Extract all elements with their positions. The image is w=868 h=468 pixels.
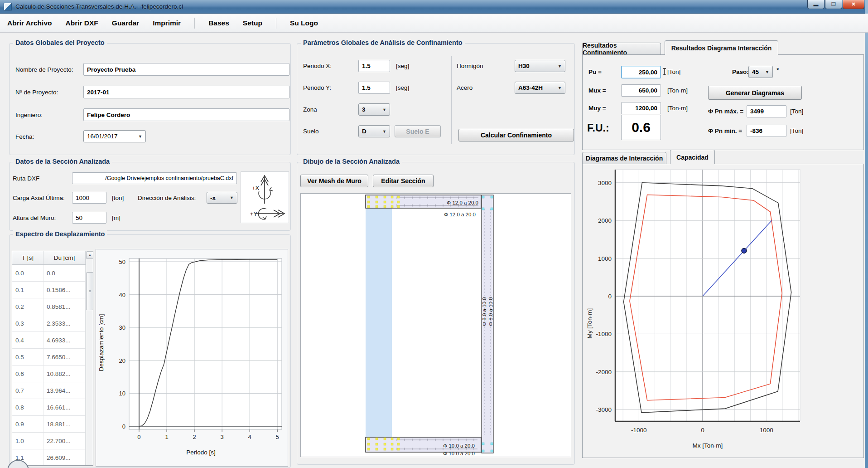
editar-seccion-button[interactable]: Editar Sección [373,175,434,187]
table-row[interactable]: 0.713.964... [12,382,93,399]
chevron-down-icon: ▼ [382,107,386,112]
axial-load-input[interactable] [72,192,106,204]
pn-max-input[interactable] [747,105,786,117]
menu-setup[interactable]: Setup [243,19,262,27]
project-number-input[interactable] [83,86,289,98]
menu-bases[interactable]: Bases [208,19,229,27]
svg-text:50: 50 [119,258,125,265]
table-row[interactable]: 0.57.6650... [12,349,93,366]
acero-label: Acero [457,84,473,91]
table-cell: 10.882... [43,366,86,382]
table-row[interactable]: 0.20.8581... [12,298,93,315]
table-row[interactable]: 0.10.1586... [12,282,93,298]
group-title: Espectro de Desplazamiento [13,230,107,238]
paso-label: Paso: [732,68,749,75]
svg-text:4: 4 [248,434,251,440]
date-dropdown[interactable]: 16/01/2017 ▼ [83,130,146,142]
chevron-down-icon: ▼ [558,64,562,68]
periodo-y-input[interactable] [358,82,390,94]
table-row[interactable]: 0.816.661... [12,399,93,416]
axis-icon-svg: +X +Y [241,172,289,223]
text-cursor-icon [662,68,667,76]
fu-value-box: 0.6 [621,115,661,140]
menu-su-logo[interactable]: Su Logo [290,19,318,27]
svg-text:5: 5 [276,434,279,440]
project-number-label: Nº de Proyecto: [15,89,58,96]
tab-capacidad[interactable]: Capacidad [670,150,715,164]
svg-text:0: 0 [122,423,125,430]
chevron-down-icon: ▼ [382,129,386,134]
svg-text:40: 40 [119,292,125,298]
calcular-confinamiento-button[interactable]: Calcular Confinamiento [458,129,574,141]
svg-text:20: 20 [119,357,125,364]
close-button[interactable]: ✕ [843,0,864,9]
table-row[interactable]: 0.00.0 [12,265,93,282]
ruta-dxf-input[interactable]: /Google Drive/ejemplos confinamiento/pru… [72,172,237,184]
spectrum-table-body: 0.00.00.10.1586...0.20.8581...0.32.3533.… [12,265,93,466]
maximize-button[interactable]: ❐ [825,0,842,9]
table-cell: 4.6933... [43,332,86,348]
table-row[interactable]: 1.022.700... [12,433,93,449]
table-cell: 13.964... [43,382,86,399]
generar-diagramas-button[interactable]: Generar Diagramas [708,86,802,100]
pn-min-input[interactable] [747,125,786,137]
wall-height-input[interactable] [72,212,106,224]
table-cell: 0.4 [12,332,43,348]
tab-resultados-confinamiento[interactable]: Resultados Confinamiento [582,43,661,54]
table-row[interactable]: 0.44.6933... [12,332,93,349]
zona-dropdown[interactable]: 3 ▼ [358,103,390,116]
table-cell: 2.3533... [43,315,86,332]
direction-label: Dirección de Análisis: [138,195,196,201]
engineer-input[interactable] [83,108,289,121]
svg-text:2000: 2000 [598,217,612,224]
menu-imprimir[interactable]: Imprimir [153,19,181,27]
group-datos-globales: Datos Globales del Proyecto Nombre de Pr… [9,43,291,155]
ruta-dxf-value: /Google Drive/ejemplos confinamiento/pru… [105,175,233,181]
capacity-panel: -100001000-3000-2000-10000100020003000Mx… [582,164,864,458]
rebar-lines [397,197,478,450]
svg-text:+X: +X [252,185,260,191]
results-panel: Pu = [Ton] Paso: 45 ▼ ° Mux = [Ton·m] Ge… [582,54,864,150]
periodo-x-input[interactable] [358,60,390,72]
table-row[interactable]: 0.918.881... [12,416,93,433]
scroll-up-icon[interactable]: ▲ [86,251,93,259]
project-name-input[interactable] [83,63,289,76]
rebar-label: Φ 8.0 a 10.0 [488,297,493,326]
wall-height-label: Altura del Muro: [13,214,56,221]
suelo-e-button[interactable]: Suelo E [395,125,441,137]
hormigon-dropdown[interactable]: H30 ▼ [515,60,565,72]
acero-dropdown[interactable]: A63-42H ▼ [515,82,565,94]
menu-guardar[interactable]: Guardar [112,19,139,27]
muy-input[interactable] [621,102,661,114]
menu-abrir-archivo[interactable]: Abrir Archivo [7,19,52,27]
column-header-du[interactable]: Du [cm] [43,251,86,264]
scrollbar-thumb[interactable]: ≡ [86,272,93,310]
minimize-button[interactable]: ▬ [807,0,825,9]
menu-separator [276,18,276,29]
chevron-down-icon: ▼ [230,195,234,200]
ver-mesh-button[interactable]: Ver Mesh de Muro [300,175,368,187]
table-cell: 16.661... [43,399,86,415]
table-cell: 0.2 [12,298,43,315]
svg-text:0: 0 [608,293,612,300]
tab-diagramas-interaccion[interactable]: Diagramas de Interacción [582,152,666,164]
periodo-x-label: Periodo X: [303,63,332,69]
table-scrollbar[interactable]: ▲ ≡ [86,251,93,466]
table-row[interactable]: 0.610.882... [12,366,93,382]
menu-abrir-dxf[interactable]: Abrir DXF [65,19,98,27]
tab-resultados-diagrama[interactable]: Resultados Diagrama Interacción [665,40,778,55]
suelo-dropdown[interactable]: D ▼ [358,125,390,137]
column-header-t[interactable]: T [s] [12,251,43,264]
direction-dropdown[interactable]: -x ▼ [207,192,237,204]
window-title: Calculo de Secciones Transversales de H.… [15,3,183,10]
pu-input[interactable] [621,66,661,78]
periodo-y-unit: [seg] [396,84,409,91]
svg-text:Periodo [s]: Periodo [s] [186,449,216,456]
svg-text:0: 0 [137,434,140,440]
pn-max-unit: [Ton] [790,108,803,115]
table-row[interactable]: 0.32.3533... [12,315,93,332]
paso-dropdown[interactable]: 45 ▼ [748,66,773,78]
table-cell: 0.5 [12,349,43,365]
mux-input[interactable] [621,84,661,97]
paso-value: 45 [752,68,759,75]
